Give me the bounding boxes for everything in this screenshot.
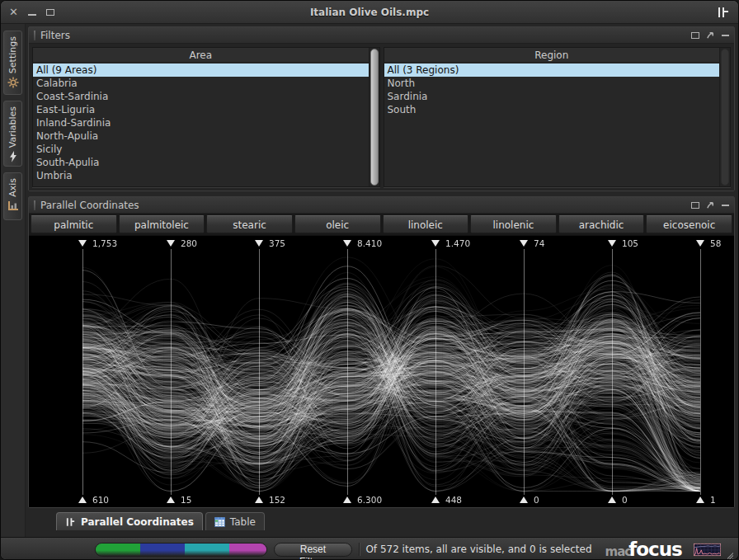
maximize-icon[interactable] bbox=[46, 9, 54, 16]
axis-max-oleic: 8.410 bbox=[343, 238, 382, 248]
axis-min-oleic: 6.300 bbox=[343, 495, 382, 505]
min-slider-icon[interactable] bbox=[255, 496, 263, 503]
region-item[interactable]: Sardinia bbox=[384, 90, 720, 103]
dimension-header-linolenic[interactable]: linolenic bbox=[470, 215, 557, 233]
dimension-header-linoleic[interactable]: linoleic bbox=[383, 215, 469, 233]
panel-maximize-icon[interactable] bbox=[691, 202, 699, 209]
region-scrollbar[interactable] bbox=[719, 48, 730, 186]
panel-collapse-icon[interactable] bbox=[722, 205, 729, 206]
axis-max-stearic: 375 bbox=[255, 238, 285, 248]
macrofocus-logo: mac focus bbox=[605, 540, 682, 559]
min-slider-icon[interactable] bbox=[78, 496, 87, 503]
min-slider-icon[interactable] bbox=[608, 496, 616, 503]
min-slider-icon[interactable] bbox=[696, 496, 704, 503]
status-text: Of 572 items, all are visible, and 0 is … bbox=[365, 544, 591, 555]
memory-monitor-icon[interactable] bbox=[694, 541, 721, 558]
panel-grip[interactable] bbox=[34, 200, 35, 210]
min-slider-icon[interactable] bbox=[520, 496, 528, 503]
app-window: ✕ Italian Olive Oils.mpc Settings bbox=[0, 0, 739, 560]
area-item[interactable]: South-Apulia bbox=[33, 156, 369, 169]
area-item[interactable]: East-Liguria bbox=[33, 103, 369, 116]
area-scrollbar[interactable] bbox=[369, 48, 379, 186]
region-item[interactable]: North bbox=[384, 77, 720, 90]
panel-collapse-icon[interactable] bbox=[722, 35, 729, 36]
status-bar: Reset Reset Filters Of 572 items, all ar… bbox=[1, 537, 738, 560]
area-list-header: Area bbox=[33, 48, 369, 63]
plot-canvas[interactable] bbox=[29, 236, 737, 508]
dimension-header-arachidic[interactable]: arachidic bbox=[558, 215, 645, 233]
parallel-coordinates-panel: Parallel Coordinates palmitic palmitolei… bbox=[28, 196, 735, 508]
dimension-header-palmitoleic[interactable]: palmitoleic bbox=[119, 215, 205, 233]
separator bbox=[359, 543, 360, 556]
sidebar-tab-settings-label: Settings bbox=[7, 36, 18, 73]
area-scrollbar-thumb[interactable] bbox=[370, 49, 379, 186]
legend-color-segment[interactable] bbox=[229, 544, 267, 556]
parallel-coordinates-plot: 1,753 280 375 8.410 1.470 74 105 58 610 … bbox=[29, 235, 734, 507]
dimension-header-palmitic[interactable]: palmitic bbox=[31, 215, 117, 233]
panel-grip[interactable] bbox=[34, 31, 35, 40]
area-item[interactable]: Calabria bbox=[33, 77, 369, 90]
area-item-all[interactable]: All (9 Areas) bbox=[33, 64, 369, 77]
color-legend-widget[interactable]: Reset bbox=[95, 543, 267, 557]
axis-min-palmitoleic: 15 bbox=[167, 495, 191, 505]
area-item[interactable]: Sicily bbox=[33, 143, 369, 156]
axis-max-eicosenoic: 58 bbox=[696, 238, 721, 248]
max-slider-icon[interactable] bbox=[78, 240, 87, 247]
area-item[interactable]: Coast-Sardinia bbox=[33, 90, 369, 103]
area-item[interactable]: North-Apulia bbox=[33, 129, 369, 143]
region-item[interactable]: South bbox=[384, 103, 720, 116]
area-filter-list: Area All (9 Areas) Calabria Coast-Sardin… bbox=[32, 47, 380, 187]
sidebar-rail: Settings Variables Axis bbox=[1, 24, 26, 537]
sidebar-tab-settings[interactable]: Settings bbox=[3, 31, 22, 95]
max-slider-icon[interactable] bbox=[696, 240, 704, 247]
filters-panel-header[interactable]: Filters bbox=[29, 27, 734, 44]
sidebar-tab-variables-label: Variables bbox=[7, 106, 18, 148]
axis-max-linoleic: 1.470 bbox=[431, 238, 470, 248]
legend-color-segment[interactable] bbox=[140, 544, 185, 556]
view-tab-bar: Parallel Coordinates Table bbox=[28, 511, 735, 530]
close-icon[interactable]: ✕ bbox=[9, 7, 18, 17]
resize-grip[interactable] bbox=[727, 551, 733, 559]
panel-detach-icon[interactable] bbox=[706, 31, 715, 40]
legend-color-segment[interactable] bbox=[185, 544, 229, 556]
legend-color-segment[interactable] bbox=[96, 544, 140, 556]
max-slider-icon[interactable] bbox=[520, 240, 528, 247]
axis-min-linoleic: 448 bbox=[431, 495, 462, 505]
lightning-icon bbox=[8, 151, 18, 162]
pc-panel-title: Parallel Coordinates bbox=[40, 200, 139, 211]
region-scrollbar-thumb[interactable] bbox=[721, 49, 729, 186]
reset-filters-button[interactable]: Reset Filters bbox=[274, 543, 351, 557]
sidebar-tab-variables[interactable]: Variables bbox=[3, 101, 22, 167]
min-slider-icon[interactable] bbox=[343, 496, 351, 503]
axis-min-palmitic: 610 bbox=[78, 495, 109, 505]
sidebar-tab-axis[interactable]: Axis bbox=[3, 172, 22, 220]
dimension-header-eicosenoic[interactable]: eicosenoic bbox=[646, 215, 732, 233]
tab-parallel-coordinates-label: Parallel Coordinates bbox=[81, 516, 194, 528]
tab-table[interactable]: Table bbox=[205, 512, 265, 530]
max-slider-icon[interactable] bbox=[431, 240, 440, 247]
area-item[interactable]: Inland-Sardinia bbox=[33, 116, 369, 129]
max-slider-icon[interactable] bbox=[255, 240, 263, 247]
max-slider-icon[interactable] bbox=[608, 240, 616, 247]
dimension-header-stearic[interactable]: stearic bbox=[206, 215, 293, 233]
color-legend-strip[interactable] bbox=[96, 544, 267, 556]
axis-icon bbox=[7, 200, 19, 211]
max-slider-icon[interactable] bbox=[167, 240, 175, 247]
minimize-icon[interactable] bbox=[28, 14, 36, 16]
tab-parallel-coordinates[interactable]: Parallel Coordinates bbox=[56, 512, 203, 530]
panel-maximize-icon[interactable] bbox=[691, 32, 699, 39]
min-slider-icon[interactable] bbox=[431, 496, 440, 503]
region-item-all[interactable]: All (3 Regions) bbox=[384, 64, 720, 77]
min-slider-icon[interactable] bbox=[167, 496, 175, 503]
axis-min-eicosenoic: 1 bbox=[696, 495, 716, 505]
area-item[interactable]: Umbria bbox=[33, 169, 369, 182]
dimension-header-oleic[interactable]: oleic bbox=[294, 215, 381, 233]
pc-panel-header[interactable]: Parallel Coordinates bbox=[29, 197, 734, 214]
max-slider-icon[interactable] bbox=[343, 240, 351, 247]
tab-table-label: Table bbox=[230, 516, 256, 528]
app-logo-icon bbox=[715, 7, 730, 18]
axis-max-linolenic: 74 bbox=[520, 238, 544, 248]
axis-max-arachidic: 105 bbox=[608, 238, 638, 248]
panel-detach-icon[interactable] bbox=[706, 200, 715, 209]
parallel-coordinates-icon bbox=[65, 517, 76, 527]
